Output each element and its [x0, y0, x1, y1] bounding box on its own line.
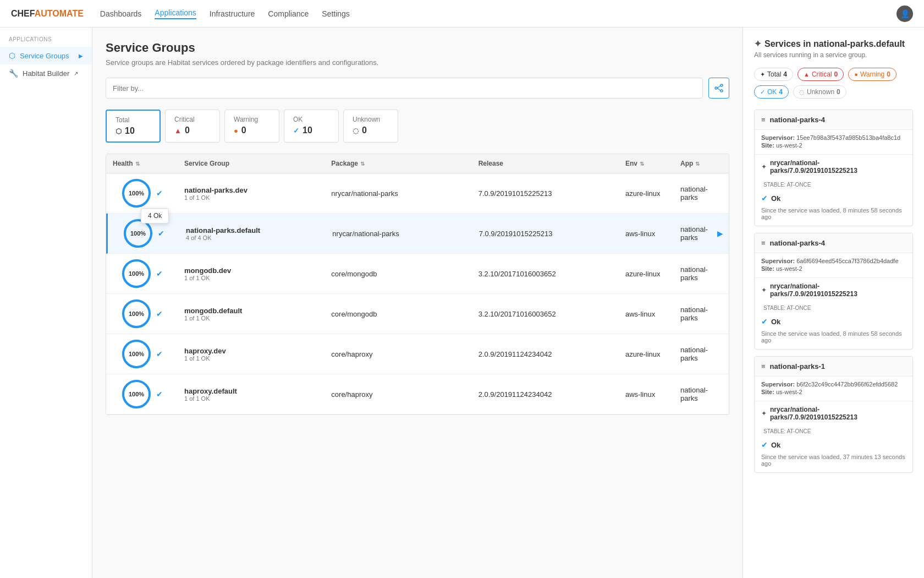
stat-total[interactable]: Total ⬡ 10 — [106, 110, 161, 143]
share-button[interactable] — [708, 78, 729, 99]
card-name-0: national-parks-4 — [770, 116, 825, 124]
table-row[interactable]: 100% ✔ mongodb.default 1 of 1 OK core/mo… — [106, 294, 729, 334]
service-name-5: haproxy.default — [184, 387, 318, 395]
site-row-1: Site: us-west-2 — [761, 265, 906, 272]
service-cards-container: ≡ national-parks-4 Supervisor: 15ee7b98a… — [754, 110, 913, 473]
habitat-builder-icon: 🔧 — [9, 69, 18, 78]
env-cell-2: azure-linux — [619, 264, 674, 283]
health-cell-2: 100% ✔ — [106, 254, 178, 293]
panel-title: ✦ Services in national-parks.default — [754, 39, 913, 49]
stat-unknown[interactable]: Unknown ◌ 0 — [343, 110, 398, 143]
progress-circle-0: 100% — [121, 178, 152, 209]
col-service-group[interactable]: Service Group — [178, 154, 324, 173]
supervisor-row-1: Supervisor: 6a6f6694eed545cca7f3786d2b4d… — [761, 258, 906, 264]
service-card-header-2: ≡ national-parks-1 — [755, 357, 912, 377]
release-cell-2: 3.2.10/20171016003652 — [472, 264, 619, 283]
check-icon-5: ✔ — [156, 390, 163, 399]
stat-warning[interactable]: Warning ● 0 — [224, 110, 279, 143]
col-package[interactable]: Package ⇅ — [324, 154, 471, 173]
nav-compliance[interactable]: Compliance — [268, 9, 309, 18]
panel-filter-ok[interactable]: ✓ OK 4 — [754, 85, 789, 99]
since-text-2: Since the service was loaded, 37 minutes… — [755, 452, 912, 472]
stat-ok[interactable]: OK ✓ 10 — [284, 110, 339, 143]
service-card-header-1: ≡ national-parks-4 — [755, 233, 912, 253]
service-card-1[interactable]: ≡ national-parks-4 Supervisor: 6a6f6694e… — [754, 233, 913, 350]
service-name-4: haproxy.dev — [184, 347, 318, 355]
col-app[interactable]: App ⇅ — [674, 154, 729, 173]
card-list-icon-0: ≡ — [761, 116, 766, 124]
panel-filter-total[interactable]: ✦ Total 4 — [754, 68, 793, 81]
service-name-3: mongodb.default — [184, 307, 318, 315]
filter-input[interactable] — [106, 78, 703, 99]
svg-line-3 — [717, 86, 721, 89]
progress-circle-4: 100% — [121, 339, 152, 369]
critical-icon: ▲ — [174, 127, 182, 135]
package-grid-icon-2: ✦ — [761, 410, 767, 417]
user-avatar[interactable]: 👤 — [897, 6, 913, 22]
nav-applications[interactable]: Applications — [155, 8, 196, 19]
percent-text-5: 100% — [129, 391, 144, 397]
release-cell-0: 7.0.9/20191015225213 — [472, 184, 619, 203]
col-env[interactable]: Env ⇅ — [619, 154, 674, 173]
table-row[interactable]: 100% ✔ national-parks.default 4 of 4 OK … — [106, 214, 729, 254]
stat-warning-label: Warning — [234, 116, 270, 123]
panel-filter-critical[interactable]: ▲ Critical 0 — [798, 68, 844, 81]
service-name-1: national-parks.default — [186, 226, 319, 235]
table-row[interactable]: 100% ✔ mongodb.dev 1 of 1 OK core/mongod… — [106, 254, 729, 294]
table-row[interactable]: 100% ✔ national-parks.dev 1 of 1 OK nryc… — [106, 173, 729, 214]
percent-text-0: 100% — [129, 190, 144, 197]
service-card-header-0: ≡ national-parks-4 — [755, 110, 912, 130]
percent-text-4: 100% — [129, 351, 144, 357]
sidebar-label-habitat-builder: Habitat Builder — [23, 69, 69, 78]
sidebar-item-habitat-builder[interactable]: 🔧 Habitat Builder ↗ — [0, 64, 92, 82]
service-groups-icon: ⬡ — [9, 51, 15, 60]
col-release[interactable]: Release — [472, 154, 619, 173]
sidebar: APPLICATIONS ⬡ Service Groups ▶ 🔧 Habita… — [0, 28, 92, 578]
stat-critical-label: Critical — [174, 116, 211, 123]
service-card-0[interactable]: ≡ national-parks-4 Supervisor: 15ee7b98a… — [754, 110, 913, 226]
release-cell-3: 3.2.10/20171016003652 — [472, 304, 619, 324]
stat-critical[interactable]: Critical ▲ 0 — [165, 110, 220, 143]
check-icon-1: ✔ — [158, 229, 164, 238]
table-row[interactable]: 100% ✔ haproxy.default 1 of 1 OK core/ha… — [106, 374, 729, 415]
nav-settings[interactable]: Settings — [322, 9, 350, 18]
badge-row-0: STABLE: AT-ONCE — [755, 179, 912, 190]
package-cell-3: core/mongodb — [324, 304, 471, 324]
app-cell-2: national-parks — [674, 260, 729, 287]
nav-dashboards[interactable]: Dashboards — [100, 9, 142, 18]
logo-chef: CHEF — [11, 9, 35, 18]
panel-filter-warning[interactable]: ● Warning 0 — [848, 68, 897, 81]
service-name-0: national-parks.dev — [184, 186, 318, 194]
external-link-icon: ↗ — [74, 70, 78, 77]
check-icon-2: ✔ — [156, 269, 163, 278]
package-cell-1: nrycar/national-parks — [326, 224, 472, 243]
check-icon-3: ✔ — [156, 309, 163, 318]
badge-row-1: STABLE: AT-ONCE — [755, 302, 912, 314]
nav-infrastructure[interactable]: Infrastructure — [210, 9, 255, 18]
service-sub-4: 1 of 1 OK — [184, 355, 318, 362]
env-cell-5: aws-linux — [619, 385, 674, 404]
badge-row-2: STABLE: AT-ONCE — [755, 426, 912, 437]
svg-line-4 — [717, 88, 721, 91]
progress-circle-3: 100% — [121, 298, 152, 329]
tooltip-1: 4 Ok — [141, 208, 169, 223]
panel-filter-unknown[interactable]: ◌ Unknown 0 — [793, 85, 846, 99]
panel-filters: ✦ Total 4 ▲ Critical 0 ● Warning 0 ✓ OK … — [754, 68, 913, 99]
col-health[interactable]: Health ⇅ — [106, 154, 178, 173]
service-group-cell-4: haproxy.dev 1 of 1 OK — [178, 341, 324, 367]
health-cell-5: 100% ✔ — [106, 374, 178, 414]
package-row-1: ✦ nrycar/national-parks/7.0.9/2019101522… — [755, 277, 912, 302]
sidebar-item-service-groups[interactable]: ⬡ Service Groups ▶ — [0, 47, 92, 64]
ok-dot-0: ✔ — [761, 194, 768, 203]
stable-badge-0: STABLE: AT-ONCE — [763, 182, 811, 188]
package-name-1: nrycar/national-parks/7.0.9/201910152252… — [770, 282, 906, 298]
package-cell-4: core/haproxy — [324, 345, 471, 364]
table-row[interactable]: 100% ✔ haproxy.dev 1 of 1 OK core/haprox… — [106, 334, 729, 374]
card-name-2: national-parks-1 — [770, 362, 825, 370]
service-sub-1: 4 of 4 OK — [186, 235, 319, 241]
service-card-2[interactable]: ≡ national-parks-1 Supervisor: b6f2c32c4… — [754, 356, 913, 473]
stable-badge-2: STABLE: AT-ONCE — [763, 428, 811, 434]
app-cell-3: national-parks — [674, 300, 729, 328]
service-sub-5: 1 of 1 OK — [184, 395, 318, 402]
service-group-cell-0: national-parks.dev 1 of 1 OK — [178, 181, 324, 206]
